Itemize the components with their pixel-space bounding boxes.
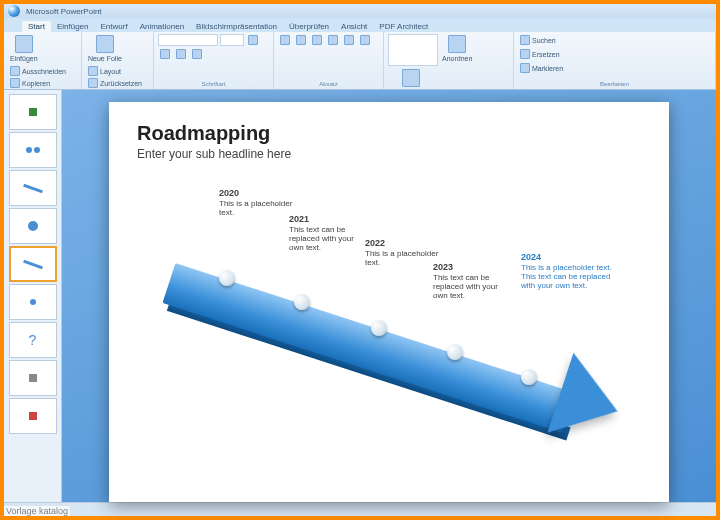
new-slide-label: Neue Folie bbox=[88, 55, 122, 62]
align-left-icon bbox=[312, 35, 322, 45]
thumb-8[interactable] bbox=[9, 360, 57, 396]
cut-button[interactable]: Ausschneiden bbox=[8, 65, 82, 77]
thumb-4[interactable] bbox=[9, 208, 57, 244]
slide-canvas[interactable]: Roadmapping Enter your sub headline here… bbox=[109, 102, 669, 502]
reset-icon bbox=[88, 78, 98, 88]
paste-label: Einfügen bbox=[10, 55, 38, 62]
thumb-9[interactable] bbox=[9, 398, 57, 434]
replace-icon bbox=[520, 49, 530, 59]
find-icon bbox=[520, 35, 530, 45]
bullets-icon bbox=[280, 35, 290, 45]
arrange-label: Anordnen bbox=[442, 55, 472, 62]
numbering-button[interactable] bbox=[294, 34, 308, 46]
arrange-button[interactable]: Anordnen bbox=[440, 34, 474, 63]
pearl-2021 bbox=[294, 294, 310, 310]
copy-button[interactable]: Kopieren bbox=[8, 77, 82, 89]
text-direction-button[interactable] bbox=[358, 34, 372, 46]
find-button[interactable]: Suchen bbox=[518, 34, 558, 46]
slide-subtitle[interactable]: Enter your sub headline here bbox=[137, 147, 641, 161]
powerpoint-window: Microsoft PowerPoint Start Einfügen Entw… bbox=[4, 4, 716, 516]
tab-entwurf[interactable]: Entwurf bbox=[95, 21, 134, 32]
copy-label: Kopieren bbox=[22, 80, 50, 87]
pearl-2022 bbox=[371, 320, 387, 336]
bold-button[interactable] bbox=[246, 34, 260, 46]
pearl-2020 bbox=[219, 270, 235, 286]
tab-pdf[interactable]: PDF Architect bbox=[373, 21, 434, 32]
tab-praesentation[interactable]: Bildschirmpräsentation bbox=[190, 21, 283, 32]
find-label: Suchen bbox=[532, 37, 556, 44]
copy-icon bbox=[10, 78, 20, 88]
font-color-button[interactable] bbox=[190, 48, 204, 60]
reset-label: Zurücksetzen bbox=[100, 80, 142, 87]
slide-title[interactable]: Roadmapping bbox=[137, 122, 641, 145]
align-left-button[interactable] bbox=[310, 34, 324, 46]
layout-label: Layout bbox=[100, 68, 121, 75]
thumb-3[interactable] bbox=[9, 170, 57, 206]
tab-animationen[interactable]: Animationen bbox=[134, 21, 190, 32]
font-size-select[interactable] bbox=[220, 34, 244, 46]
year-2020-label: 2020 bbox=[219, 188, 297, 198]
cut-label: Ausschneiden bbox=[22, 68, 66, 75]
roadmap-arrow[interactable] bbox=[149, 242, 629, 462]
bold-icon bbox=[248, 35, 258, 45]
arrange-icon bbox=[448, 35, 466, 53]
tab-ueberpruefen[interactable]: Überprüfen bbox=[283, 21, 335, 32]
layout-button[interactable]: Layout bbox=[86, 65, 144, 77]
cut-icon bbox=[10, 66, 20, 76]
italic-button[interactable] bbox=[158, 48, 172, 60]
office-orb[interactable] bbox=[8, 5, 20, 17]
bullets-button[interactable] bbox=[278, 34, 292, 46]
thumb-2[interactable] bbox=[9, 132, 57, 168]
font-family-select[interactable] bbox=[158, 34, 218, 46]
title-bar: Microsoft PowerPoint bbox=[4, 4, 716, 18]
italic-icon bbox=[160, 49, 170, 59]
font-color-icon bbox=[192, 49, 202, 59]
new-slide-icon bbox=[96, 35, 114, 53]
tab-start[interactable]: Start bbox=[22, 21, 51, 32]
align-center-button[interactable] bbox=[326, 34, 340, 46]
pearl-2023 bbox=[447, 344, 463, 360]
align-right-icon bbox=[344, 35, 354, 45]
group-editing-label: Bearbeiten bbox=[518, 81, 711, 87]
numbering-icon bbox=[296, 35, 306, 45]
app-title: Microsoft PowerPoint bbox=[26, 7, 102, 16]
tab-ansicht[interactable]: Ansicht bbox=[335, 21, 373, 32]
quickstyles-icon bbox=[402, 69, 420, 87]
new-slide-button[interactable]: Neue Folie bbox=[86, 34, 124, 63]
text-direction-icon bbox=[360, 35, 370, 45]
layout-icon bbox=[88, 66, 98, 76]
replace-label: Ersetzen bbox=[532, 51, 560, 58]
align-right-button[interactable] bbox=[342, 34, 356, 46]
status-bar bbox=[4, 502, 716, 516]
slide-thumbnails: ? bbox=[4, 90, 62, 502]
align-center-icon bbox=[328, 35, 338, 45]
underline-icon bbox=[176, 49, 186, 59]
reset-button[interactable]: Zurücksetzen bbox=[86, 77, 144, 89]
select-button[interactable]: Markieren bbox=[518, 62, 565, 74]
thumb-6[interactable] bbox=[9, 284, 57, 320]
select-label: Markieren bbox=[532, 65, 563, 72]
underline-button[interactable] bbox=[174, 48, 188, 60]
tab-einfuegen[interactable]: Einfügen bbox=[51, 21, 95, 32]
year-2020[interactable]: 2020 This is a placeholder text. bbox=[219, 188, 297, 217]
year-2020-text: This is a placeholder text. bbox=[219, 199, 297, 217]
group-font-label: Schriftart bbox=[158, 81, 269, 87]
paste-button[interactable]: Einfügen bbox=[8, 34, 40, 63]
overlay-caption: Vorlage katalog bbox=[4, 506, 70, 516]
group-paragraph-label: Absatz bbox=[278, 81, 379, 87]
thumb-7[interactable]: ? bbox=[9, 322, 57, 358]
select-icon bbox=[520, 63, 530, 73]
thumb-1[interactable] bbox=[9, 94, 57, 130]
thumb-5[interactable] bbox=[9, 246, 57, 282]
pearl-2024 bbox=[521, 369, 537, 385]
paste-icon bbox=[15, 35, 33, 53]
ribbon-tabs: Start Einfügen Entwurf Animationen Bilds… bbox=[4, 18, 716, 32]
year-2021-label: 2021 bbox=[289, 214, 367, 224]
replace-button[interactable]: Ersetzen bbox=[518, 48, 562, 60]
ribbon: Einfügen Ausschneiden Kopieren Format üb… bbox=[4, 32, 716, 90]
shapes-gallery[interactable] bbox=[388, 34, 438, 66]
